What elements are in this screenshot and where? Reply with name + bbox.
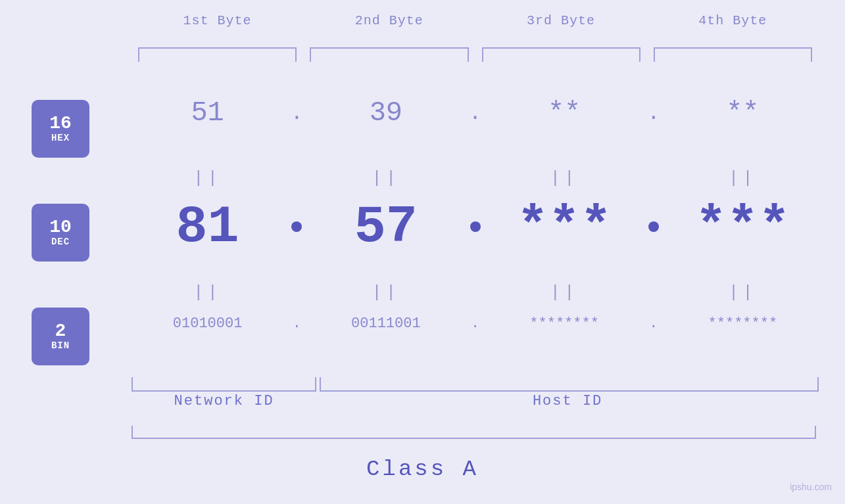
bracket-byte4	[654, 47, 812, 62]
dec-values-row: 81 57 *** ***	[132, 197, 819, 257]
dec-b4: ***	[667, 197, 819, 257]
hex-sep1: .	[283, 101, 310, 126]
bin-badge-label: BIN	[51, 340, 70, 351]
byte-headers: 1st Byte 2nd Byte 3rd Byte 4th Byte	[132, 13, 819, 28]
class-bracket-area	[132, 426, 816, 439]
eq2-b2: ||	[310, 283, 462, 302]
bin-sep1: .	[283, 315, 310, 332]
network-id-label: Network ID	[132, 393, 316, 409]
host-id-label: Host ID	[316, 393, 819, 409]
equals-row-1: || || || ||	[132, 168, 819, 188]
hex-b1: 51	[132, 97, 283, 129]
dec-dot-1	[291, 221, 302, 232]
eq1-b3: ||	[489, 168, 640, 188]
class-bracket-line	[132, 426, 816, 439]
bin-values-row: 01010001 . 00111001 . ******** . *******…	[132, 315, 819, 332]
hex-b2: 39	[310, 97, 462, 129]
bin-b2: 00111001	[310, 315, 462, 332]
eq1-b4: ||	[667, 168, 819, 188]
dec-sep1	[283, 221, 310, 233]
class-label: Class A	[0, 457, 845, 482]
hex-b4: **	[667, 97, 819, 129]
eq2-b3: ||	[489, 283, 640, 302]
top-bracket-row	[132, 47, 819, 62]
bin-sep3: .	[640, 315, 667, 332]
dec-dot-3	[648, 221, 659, 232]
bracket-byte1	[138, 47, 297, 62]
bin-badge-number: 2	[55, 322, 66, 340]
dec-badge-label: DEC	[51, 237, 70, 247]
hex-b3: **	[489, 97, 640, 129]
network-bracket	[132, 377, 316, 392]
dec-sep3	[640, 221, 667, 233]
hex-sep3: .	[640, 101, 667, 126]
bracket-byte3	[482, 47, 640, 62]
bin-badge: 2 BIN	[32, 308, 89, 365]
hex-values-row: 51 . 39 . ** . **	[132, 97, 819, 129]
main-container: 1st Byte 2nd Byte 3rd Byte 4th Byte 16 H…	[0, 0, 845, 504]
byte4-header: 4th Byte	[647, 13, 819, 28]
byte3-header: 3rd Byte	[475, 13, 647, 28]
hex-badge-number: 16	[49, 114, 72, 133]
hex-sep2: .	[462, 101, 489, 126]
network-host-brackets	[132, 377, 819, 392]
eq1-b2: ||	[310, 168, 462, 188]
dec-b3: ***	[489, 197, 640, 257]
byte1-header: 1st Byte	[132, 13, 303, 28]
bin-b1: 01010001	[132, 315, 283, 332]
bin-b4: ********	[667, 315, 819, 332]
eq1-b1: ||	[132, 168, 283, 188]
host-bracket	[320, 377, 819, 392]
watermark: ipshu.com	[790, 482, 832, 492]
byte2-header: 2nd Byte	[303, 13, 475, 28]
hex-badge-label: HEX	[51, 133, 70, 143]
id-labels: Network ID Host ID	[132, 393, 819, 409]
eq2-b1: ||	[132, 283, 283, 302]
dec-badge: 10 DEC	[32, 204, 89, 262]
equals-row-2: || || || ||	[132, 283, 819, 302]
bracket-byte2	[310, 47, 468, 62]
eq2-b4: ||	[667, 283, 819, 302]
dec-b2: 57	[310, 197, 462, 257]
dec-b1: 81	[132, 197, 283, 257]
dec-dot-2	[470, 221, 481, 232]
bin-b3: ********	[489, 315, 640, 332]
bin-sep2: .	[462, 315, 489, 332]
hex-badge: 16 HEX	[32, 100, 89, 158]
dec-sep2	[462, 221, 489, 233]
dec-badge-number: 10	[49, 218, 72, 237]
